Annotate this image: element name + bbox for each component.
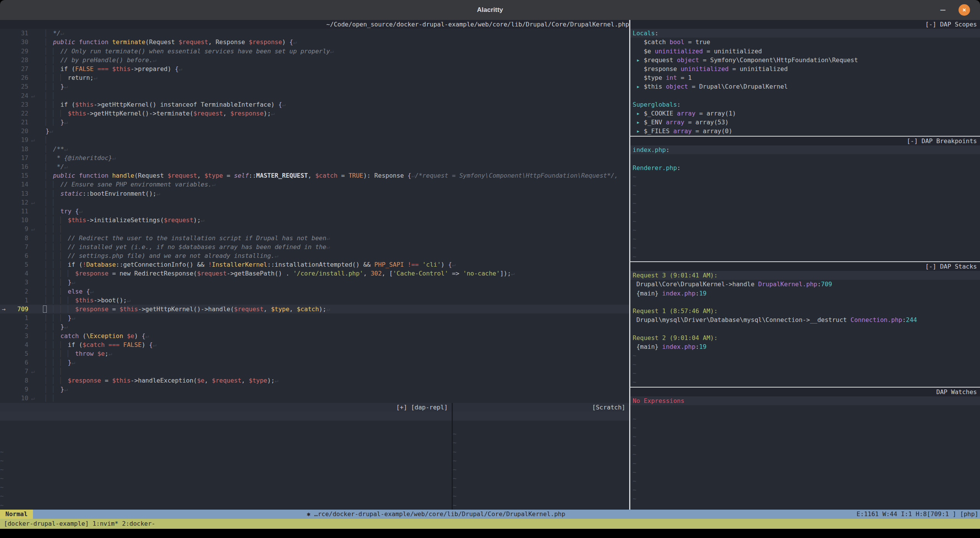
dap-scopes-row[interactable]: ▸ $_COOKIE array = array(1) — [630, 109, 980, 118]
dap-stacks-row[interactable]: Drupal\Core\DrupalKernel->handle DrupalK… — [630, 280, 980, 289]
dap-stacks-row[interactable]: ~ — [630, 369, 980, 378]
code-line[interactable]: 2 ▏ ▏ ▏ else {↵ — [0, 287, 629, 296]
code-line[interactable]: 19↵▏ — [0, 135, 629, 144]
dap-stacks-row[interactable] — [630, 298, 980, 307]
code-line[interactable]: 6 ▏ ▏ ▏ }↵ — [0, 358, 629, 367]
repl-line[interactable] — [0, 438, 452, 447]
panel-separator[interactable] — [630, 261, 980, 262]
bottom-pane-divider[interactable] — [452, 403, 453, 510]
dap-scopes-row[interactable]: ▸ $_FILES array = array(0) — [630, 127, 980, 135]
dap-watches-row[interactable]: ~ — [630, 477, 980, 485]
dap-scopes-row[interactable] — [630, 91, 980, 100]
code-line[interactable]: 5 ▏ ▏ ▏ if (!Database::getConnectionInfo… — [0, 260, 629, 269]
dap-watches-row[interactable]: ~ — [630, 494, 980, 503]
code-line[interactable]: 7↵▏ ▏ ▏ — [0, 367, 629, 376]
dap-breakpoints-row[interactable]: ~ — [630, 172, 980, 181]
tilde-line[interactable]: ~ — [0, 483, 452, 492]
tmux-status-bar[interactable]: [docker-drupal-example] 1:nvim* 2:docker… — [0, 519, 980, 529]
scratch-line[interactable] — [453, 412, 629, 421]
tilde-line[interactable]: ~ — [0, 465, 452, 474]
dap-scopes-header[interactable]: [-] DAP Scopes — [630, 20, 980, 29]
dap-stacks-row[interactable]: Request 2 (9:01:04 AM): — [630, 333, 980, 342]
code-line[interactable]: 20 }↵ — [0, 127, 629, 135]
dap-scopes-row[interactable]: $catch bool = true — [630, 38, 980, 46]
code-line[interactable]: 8 ▏ ▏ ▏ // Redirect the user to the inst… — [0, 234, 629, 243]
dap-stacks-row[interactable]: Request 1 (8:57:46 AM): — [630, 307, 980, 315]
tilde-line[interactable]: ~ — [453, 492, 629, 500]
code-line[interactable]: 3 ▏ ▏ ▏ }↵ — [0, 278, 629, 287]
code-line[interactable]: 28 ▏ ▏ // by preHandle() before.↵ — [0, 56, 629, 64]
dap-stacks-row[interactable]: ~ — [630, 378, 980, 386]
dap-watches-row[interactable]: ~ — [630, 432, 980, 441]
dap-breakpoints-row[interactable]: ~ — [630, 217, 980, 226]
dap-stacks-row[interactable]: Drupal\mysql\Driver\Database\mysql\Conne… — [630, 315, 980, 324]
repl-line[interactable] — [0, 421, 452, 429]
dap-breakpoints-header[interactable]: [-] DAP Breakpoints — [630, 137, 980, 145]
dap-scopes-row[interactable]: ▸ $_ENV array = array(53) — [630, 118, 980, 127]
code-line[interactable]: 2 ▏ ▏ }↵ — [0, 322, 629, 331]
code-line[interactable]: 5 ▏ ▏ ▏ ▏ throw $e;↵ — [0, 349, 629, 358]
dap-watches-row[interactable]: ~ — [630, 441, 980, 450]
code-line[interactable]: 14 ▏ ▏ // Ensure sane PHP environment va… — [0, 180, 629, 189]
code-line[interactable]: 24↵▏ ▏ — [0, 91, 629, 100]
dap-watches-row[interactable]: ~ — [630, 450, 980, 459]
code-line[interactable]: 8 ▏ ▏ ▏ $response = $this->handleExcepti… — [0, 376, 629, 385]
repl-line[interactable] — [0, 412, 452, 421]
dap-scopes-row[interactable]: ▸ $this object = Drupal\Core\DrupalKerne… — [630, 82, 980, 91]
dap-stacks-header[interactable]: [-] DAP Stacks — [630, 262, 980, 271]
tilde-line[interactable]: ~ — [453, 438, 629, 447]
dap-breakpoints-row[interactable]: ~ — [630, 226, 980, 234]
dap-watches-header[interactable]: DAP Watches — [630, 388, 980, 396]
dap-watches-row[interactable]: ~ — [630, 459, 980, 468]
code-line[interactable]: 30 ▏ public function terminate(Request $… — [0, 38, 629, 46]
code-line[interactable]: 1 ▏ ▏ ▏ ▏ $this->boot();↵ — [0, 296, 629, 305]
dap-scopes-row[interactable]: Locals: — [630, 29, 980, 38]
code-line[interactable]: 4 ▏ ▏ ▏ if ($catch === FALSE) {↵ — [0, 340, 629, 349]
code-line[interactable]: 13 ▏ ▏ static::bootEnvironment();↵ — [0, 189, 629, 198]
tilde-line[interactable]: ~ — [453, 501, 629, 510]
code-line[interactable]: 21 ▏ ▏ }↵ — [0, 118, 629, 127]
dap-breakpoints-row[interactable]: ~ — [630, 243, 980, 252]
code-line[interactable]: 7 ▏ ▏ ▏ // installed yet (i.e., if no $d… — [0, 243, 629, 251]
tilde-line[interactable]: ~ — [453, 456, 629, 465]
code-line[interactable]: 10 ▏ ▏ ▏ $this->initializeSettings($requ… — [0, 216, 629, 224]
repl-line[interactable] — [0, 429, 452, 438]
dap-stacks-row[interactable]: Request 3 (9:01:41 AM): — [630, 271, 980, 280]
dap-breakpoints-row[interactable]: ~ — [630, 234, 980, 243]
dap-repl-pane[interactable]: ~~~~~~~ — [0, 412, 452, 510]
tilde-line[interactable]: ~ — [453, 483, 629, 492]
code-line[interactable]: 12↵▏ ▏ — [0, 198, 629, 207]
tilde-line[interactable]: ~ — [453, 465, 629, 474]
window-separator[interactable] — [629, 20, 630, 510]
panel-separator[interactable] — [630, 387, 980, 388]
tilde-line[interactable]: ~ — [0, 501, 452, 510]
code-line[interactable]: 1 ▏ ▏ ▏ }↵ — [0, 314, 629, 322]
dap-stacks-row[interactable] — [630, 324, 980, 333]
tilde-line[interactable]: ~ — [0, 474, 452, 483]
dap-watches-row[interactable]: No Expressions — [630, 396, 980, 405]
code-line[interactable]: 709 ▏ ▏ ▏ ▏ $response = $this->getHttpKe… — [0, 305, 629, 314]
code-line[interactable]: 26 ▏ ▏ ▏ return;↵ — [0, 73, 629, 82]
code-line[interactable]: 18 ▏ /**↵ — [0, 145, 629, 153]
scratch-line[interactable] — [453, 421, 629, 429]
scratch-pane[interactable]: ~~~~~~~~~ — [453, 412, 629, 510]
dap-breakpoints-row[interactable]: Renderer.php: — [630, 163, 980, 172]
code-line[interactable]: 16 ▏ */↵ — [0, 162, 629, 171]
tilde-line[interactable]: ~ — [0, 456, 452, 465]
code-line[interactable]: 29 ▏ ▏ // Only run terminate() when esse… — [0, 47, 629, 56]
dap-watches-row[interactable]: ~ — [630, 423, 980, 432]
code-line[interactable]: 17 ▏ * {@inheritdoc}↵ — [0, 153, 629, 162]
dap-breakpoints-row[interactable]: ~ — [630, 199, 980, 208]
dap-breakpoints-row[interactable]: index.php: — [630, 145, 980, 154]
dap-scopes-row[interactable]: $e uninitialized = uninitialized — [630, 47, 980, 56]
tilde-line[interactable]: ~ — [453, 447, 629, 456]
code-line[interactable]: 15 ▏ public function handle(Request $req… — [0, 171, 629, 180]
dap-stacks-row[interactable]: ~ — [630, 360, 980, 369]
dap-breakpoints-row[interactable]: ~ — [630, 208, 980, 217]
dap-watches-row[interactable]: ~ — [630, 414, 980, 423]
dap-repl-statusline[interactable]: [+] [dap-repl] — [0, 403, 452, 412]
tilde-line[interactable]: ~ — [0, 447, 452, 456]
code-line[interactable]: 23 ▏ ▏ if ($this->getHttpKernel() instan… — [0, 100, 629, 109]
dap-watches-row[interactable] — [630, 405, 980, 414]
dap-breakpoints-row[interactable]: ~ — [630, 190, 980, 199]
